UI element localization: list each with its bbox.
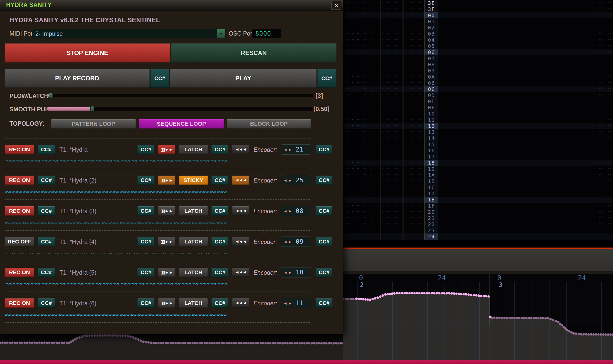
close-button[interactable]: ✕ [331,1,341,10]
track3-cc-button-4[interactable]: CC# [316,206,332,216]
pattern-cell-marks: ···· ··· [405,68,423,72]
track5-cc-button-3[interactable]: CC# [212,268,228,277]
sequence-number-label[interactable]: 2 [360,281,364,288]
track5-latch-button[interactable]: LATCH [179,268,208,277]
encoder-right-icon[interactable]: ► [288,209,292,213]
track1-encoder-box[interactable]: ◄ ► 21 [281,144,311,155]
track3-cc-button-2[interactable]: CC# [138,206,154,216]
track6-encoder-box[interactable]: ◄ ► 11 [281,298,311,308]
track3-rewind-button[interactable]: ◄◄◄ [232,206,249,216]
track6-cc-button-1[interactable]: CC# [38,298,55,308]
automation-editor[interactable]: 02402423 [343,274,613,360]
track5-cc-button-2[interactable]: CC# [138,268,154,277]
track6-cc-button-2[interactable]: CC# [138,298,154,308]
play-cc-button[interactable]: CC# [318,69,336,88]
sequence-number-label[interactable]: 3 [499,281,502,288]
track3-latch-button[interactable]: LATCH [179,206,208,216]
track6-latch-button[interactable]: LATCH [179,298,208,308]
pattern-line-number: 19 [425,166,438,172]
pattern-cell-marks: ···· ···· [383,117,403,121]
track1-cc-button-2[interactable]: CC# [138,145,154,154]
track3-cc-button-3[interactable]: CC# [212,206,228,216]
track3-cc-button-1[interactable]: CC# [38,206,55,216]
track4-rewind-button[interactable]: ◄◄◄ [232,237,249,246]
encoder-right-icon[interactable]: ► [288,270,292,275]
pattern-cell-marks: ···· ··· [405,166,423,170]
topology-sequence-loop-button[interactable]: SEQUENCE LOOP [139,119,224,129]
track1-rewind-button[interactable]: ◄◄◄ [232,145,249,154]
play-pause-icon: ▯▯►► [161,301,173,306]
track5-rec-button[interactable]: REC ON [5,268,34,277]
dropdown-arrow-icon[interactable]: ▼ [216,29,226,38]
encoder-left-icon[interactable]: ◄ [283,270,287,275]
track3-play-button[interactable]: ▯▯►► [158,206,175,216]
track6-play-button[interactable]: ▯▯►► [158,298,175,308]
track6-rec-button[interactable]: REC ON [5,298,34,308]
track4-cc-button-4[interactable]: CC# [316,237,332,246]
track6-cc-button-3[interactable]: CC# [212,298,228,308]
track2-cc-button-4[interactable]: CC# [316,176,332,185]
osc-port-input[interactable]: 8000 [252,29,281,38]
encoder-left-icon[interactable]: ◄ [283,209,287,213]
track3-rec-button[interactable]: REC ON [5,206,34,216]
track4-cc-button-3[interactable]: CC# [212,237,228,246]
encoder-left-icon[interactable]: ◄ [283,147,287,152]
encoder-right-icon[interactable]: ► [288,147,292,152]
topology-pattern-loop-button[interactable]: PATTERN LOOP [51,119,136,129]
rescan-button[interactable]: RESCAN [171,44,336,62]
plow-latch-slider[interactable] [47,94,313,97]
pattern-cell-marks: ···· ···· [383,191,403,195]
smooth-pull-slider[interactable] [47,107,313,111]
track1-cc-button-1[interactable]: CC# [38,145,55,154]
encoder-left-icon[interactable]: ◄ [283,240,287,244]
track6-rewind-button[interactable]: ◄◄◄ [232,298,249,308]
track5-cc-button-4[interactable]: CC# [316,268,332,277]
play-button[interactable]: PLAY [170,69,316,88]
smooth-pull-handle[interactable] [90,106,94,111]
topology-block-loop-button[interactable]: BLOCK LOOP [227,119,311,129]
track4-latch-button[interactable]: LATCH [179,237,208,246]
track5-play-button[interactable]: ▯▯►► [158,268,175,277]
track1-cc-button-3[interactable]: CC# [212,145,228,154]
track4-rec-button[interactable]: REC OFF [5,237,34,246]
track5-cc-button-1[interactable]: CC# [38,268,55,277]
play-record-cc-button[interactable]: CC# [151,69,169,88]
track1-cc-button-4[interactable]: CC# [316,145,332,154]
track2-sticky-button[interactable]: STICKY [179,176,208,185]
pattern-line-number: 18 [425,160,438,166]
encoder-right-icon[interactable]: ► [288,301,292,305]
track2-cc-button-2[interactable]: CC# [138,176,154,185]
automation-curve[interactable] [343,274,613,360]
pattern-editor[interactable]: ·· – – ···· ········ ········ ······· ··… [343,0,613,240]
track3-encoder-box[interactable]: ◄ ► 08 [281,206,311,216]
track6-cc-button-4[interactable]: CC# [316,298,332,308]
encoder-left-icon[interactable]: ◄ [283,301,287,305]
midi-port-select[interactable]: 2- Impulse [32,29,216,38]
track4-cc-button-2[interactable]: CC# [138,237,154,246]
track2-rewind-button[interactable]: ◄◄◄ [232,176,249,185]
track4-cc-button-1[interactable]: CC# [38,237,55,246]
track5-encoder-box[interactable]: ◄ ► 10 [281,267,311,277]
track1-play-button[interactable]: ▯▯►► [158,145,175,154]
timeline-tick-label: 24 [438,274,446,282]
track5-rewind-button[interactable]: ◄◄◄ [232,268,249,277]
pattern-cell-marks: ·· – – ···· ···· [345,99,384,103]
track2-encoder-box[interactable]: ◄ ► 25 [281,175,311,185]
track2-cc-button-3[interactable]: CC# [212,176,228,185]
encoder-right-icon[interactable]: ► [288,240,292,244]
track1-encoder-value: 21 [296,146,304,153]
track4-encoder-box[interactable]: ◄ ► 09 [281,237,311,247]
track2-rec-button[interactable]: REC ON [5,176,34,185]
play-record-button[interactable]: PLAY RECORD [5,69,150,88]
track4-play-button[interactable]: ▯▯►► [158,237,175,246]
track1-latch-button[interactable]: LATCH [179,145,208,154]
track2-cc-button-1[interactable]: CC# [38,176,55,185]
stop-engine-button[interactable]: STOP ENGINE [5,44,170,62]
automation-lane-left[interactable] [0,334,343,364]
encoder-left-icon[interactable]: ◄ [283,178,287,183]
track2-play-button[interactable]: ▯▯►► [158,176,175,185]
plow-latch-handle[interactable] [49,93,53,98]
window-titlebar[interactable]: HYDRA SANITY ✕ [0,0,343,10]
track1-rec-button[interactable]: REC ON [5,145,34,154]
encoder-right-icon[interactable]: ► [288,178,292,183]
